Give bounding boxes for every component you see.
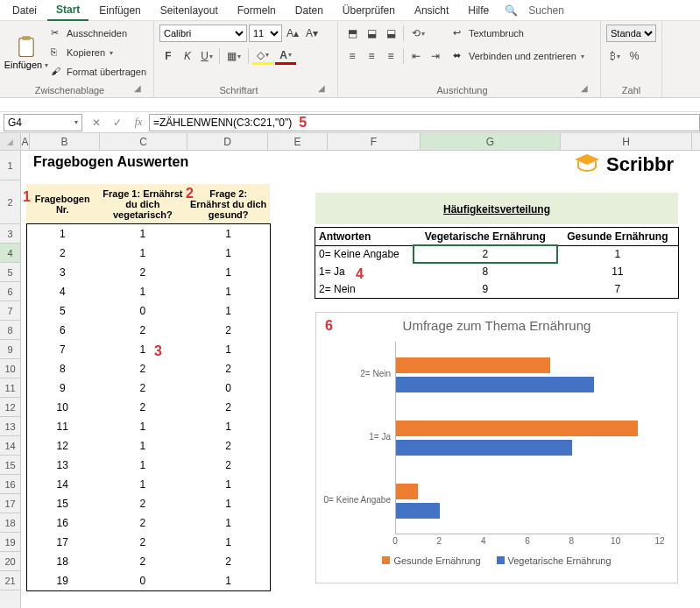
row-header-7[interactable]: 7 <box>0 301 20 321</box>
cell[interactable]: 1 <box>187 263 270 282</box>
fx-icon[interactable]: fx <box>128 116 149 129</box>
search-icon[interactable]: 🔍 <box>505 4 518 17</box>
row-header-6[interactable]: 6 <box>0 282 20 301</box>
cell[interactable]: 1 <box>98 224 187 244</box>
cell[interactable]: 2 <box>187 398 270 417</box>
cell[interactable]: 5 <box>27 301 98 321</box>
cell[interactable]: 1 <box>187 244 270 263</box>
menu-ueberpruefen[interactable]: Überprüfen <box>334 1 404 20</box>
row-header-20[interactable]: 20 <box>0 552 20 571</box>
row-header-4[interactable]: 4 <box>0 244 20 263</box>
table-row[interactable]: 1521 <box>27 494 270 513</box>
font-size-select[interactable]: 11 <box>249 25 282 42</box>
table-row[interactable]: 822 <box>27 359 270 378</box>
row-header-17[interactable]: 17 <box>0 494 20 513</box>
copy-button[interactable]: ⎘Kopieren▾ <box>51 44 146 61</box>
table-row[interactable]: 411 <box>27 282 270 301</box>
font-color-button[interactable]: A▾ <box>275 47 296 65</box>
menu-daten[interactable]: Daten <box>286 1 332 20</box>
table-row[interactable]: 711 <box>27 340 270 359</box>
cell[interactable]: 2 <box>98 533 187 552</box>
col-header-d[interactable]: D <box>187 133 268 150</box>
underline-button[interactable]: U▾ <box>198 47 216 65</box>
cell[interactable]: 4 <box>27 282 98 301</box>
table-row[interactable]: 1411 <box>27 475 270 494</box>
menu-seitenlayout[interactable]: Seitenlayout <box>152 1 227 20</box>
table-row[interactable]: 111 <box>27 224 270 244</box>
cell[interactable]: 1 <box>98 456 187 475</box>
table-row[interactable]: 1212 <box>27 436 270 456</box>
cell[interactable]: 3 <box>27 263 98 282</box>
row-header-1[interactable]: 1 <box>0 151 20 180</box>
cell[interactable]: 1 <box>27 224 98 244</box>
row-header-16[interactable]: 16 <box>0 475 20 494</box>
cell[interactable]: 1 <box>98 244 187 263</box>
cell[interactable]: 1 <box>187 533 270 552</box>
formula-input[interactable]: =ZÄHLENWENN(C3:C21,"0") 5 <box>149 114 700 131</box>
decrease-font-icon[interactable]: A▾ <box>303 25 321 42</box>
cell[interactable]: 11 <box>27 417 98 436</box>
increase-font-icon[interactable]: A▴ <box>284 25 301 42</box>
cell[interactable]: 2 <box>98 378 187 398</box>
table-row[interactable]: 1312 <box>27 456 270 475</box>
cell[interactable]: 2 <box>98 398 187 417</box>
align-center-icon[interactable]: ≡ <box>363 47 380 65</box>
cell[interactable]: 7 <box>27 340 98 359</box>
cell[interactable]: 15 <box>27 494 98 513</box>
cell[interactable]: 1= Ja <box>315 263 414 280</box>
menu-hilfe[interactable]: Hilfe <box>459 1 498 20</box>
number-format-select[interactable]: Standard <box>606 25 656 42</box>
indent-decrease-icon[interactable]: ⇤ <box>407 47 425 65</box>
cell[interactable]: 1 <box>98 282 187 301</box>
cell[interactable]: 18 <box>27 552 98 571</box>
row-header-8[interactable]: 8 <box>0 321 20 340</box>
row-header-21[interactable]: 21 <box>0 571 20 590</box>
row-header-19[interactable]: 19 <box>0 533 20 552</box>
paste-button[interactable]: Einfügen▾ <box>5 25 47 81</box>
cell[interactable]: 1 <box>187 224 270 244</box>
cell[interactable]: 1 <box>557 245 678 263</box>
align-middle-icon[interactable]: ⬓ <box>363 25 380 42</box>
row-header-11[interactable]: 11 <box>0 378 20 398</box>
orientation-icon[interactable]: ⟲▾ <box>407 25 428 42</box>
cell[interactable]: 8 <box>27 359 98 378</box>
accept-formula-icon[interactable]: ✓ <box>107 117 128 129</box>
table-row[interactable]: 1901 <box>27 571 270 590</box>
align-right-icon[interactable]: ≡ <box>382 47 399 65</box>
table-row[interactable]: 1022 <box>27 398 270 417</box>
chevron-down-icon[interactable]: ▾ <box>74 118 78 126</box>
cell[interactable]: 9 <box>414 280 557 298</box>
row-header-13[interactable]: 13 <box>0 417 20 436</box>
row-header-3[interactable]: 3 <box>0 224 20 244</box>
cell[interactable]: 1 <box>187 417 270 436</box>
cell[interactable]: 1 <box>187 494 270 513</box>
cell[interactable]: 2 <box>98 513 187 533</box>
cell[interactable]: 1 <box>187 513 270 533</box>
name-box[interactable]: G4 ▾ <box>4 114 82 131</box>
bold-button[interactable]: F <box>159 47 177 65</box>
table-row[interactable]: 1721 <box>27 533 270 552</box>
cell[interactable]: 7 <box>557 280 678 298</box>
cell[interactable]: 16 <box>27 513 98 533</box>
wrap-text-button[interactable]: ↩Textumbruch <box>453 25 584 42</box>
cell[interactable]: 2 <box>414 245 557 263</box>
row-header-2[interactable]: 2 <box>0 180 20 224</box>
table-row[interactable]: 501 <box>27 301 270 321</box>
table-row[interactable]: 0= Keine Angabe21 <box>315 245 678 263</box>
col-header-a[interactable]: A <box>21 133 30 150</box>
cell[interactable]: 1 <box>187 282 270 301</box>
cell[interactable]: 2= Nein <box>315 280 414 298</box>
cell[interactable]: 2 <box>187 321 270 340</box>
border-button[interactable]: ▦▾ <box>223 47 244 65</box>
col-header-e[interactable]: E <box>268 133 328 150</box>
cell[interactable]: 11 <box>557 263 678 280</box>
table-row[interactable]: 1621 <box>27 513 270 533</box>
cell[interactable]: 2 <box>27 244 98 263</box>
cell[interactable]: 1 <box>187 301 270 321</box>
dialog-launcher-icon[interactable]: ◢ <box>318 83 330 95</box>
align-left-icon[interactable]: ≡ <box>343 47 361 65</box>
col-header-h[interactable]: H <box>561 133 692 150</box>
search-label[interactable]: Suchen <box>520 1 573 20</box>
cell[interactable]: 2 <box>98 263 187 282</box>
cell[interactable]: 0 <box>187 378 270 398</box>
